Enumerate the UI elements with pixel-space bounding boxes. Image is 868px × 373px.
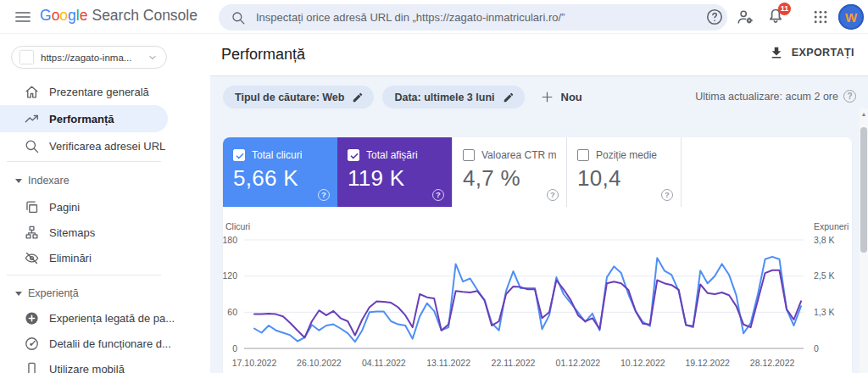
download-icon [769,45,784,60]
sidebar: https://zagato-inma... Prezentare genera… [0,34,210,373]
sidebar-item-url-inspection[interactable]: Verificarea adresei URL [0,132,168,159]
svg-text:13.11.2022: 13.11.2022 [426,358,470,368]
notifications-bell-icon[interactable]: 11 [765,6,787,28]
home-icon [24,84,40,100]
page-title: Performanță [221,46,305,64]
svg-text:22.11.2022: 22.11.2022 [492,358,536,368]
manage-users-icon[interactable] [736,8,754,26]
metric-value: 4,7 % [463,165,556,192]
svg-text:01.12.2022: 01.12.2022 [556,358,601,368]
avatar[interactable]: W [838,4,864,30]
notification-badge: 11 [778,3,791,15]
plus-circle-icon [24,310,40,326]
help-circle-icon[interactable]: ? [843,90,856,103]
help-icon[interactable] [705,8,724,26]
checkbox-position[interactable] [577,149,589,161]
pages-icon [24,199,40,215]
svg-text:180: 180 [223,235,237,245]
product-name: Search Console [92,7,198,24]
filter-chip-date-range[interactable]: Data: ultimele 3 luni [382,86,524,109]
property-selector[interactable]: https://zagato-inma... [11,46,167,69]
sidebar-item-pages[interactable]: Pagini [0,193,168,220]
sidebar-item-mobile-usability[interactable]: Utilizare mobilă [0,355,168,373]
main-content: Performanță EXPORTAȚI Tipul de căutare: … [210,34,868,373]
metric-label: Valoarea CTR me... [481,149,556,161]
collapse-caret-icon [15,292,22,296]
google-wordmark: Google [40,7,87,24]
help-circle-icon[interactable]: ? [661,189,673,201]
performance-card: Total clicuri 5,66 K ? Total afișări 119… [223,137,852,373]
plus-icon [540,90,554,104]
sidebar-item-sitemaps[interactable]: Sitemaps [0,219,168,246]
vertical-scrollbar[interactable]: ▲ [860,109,868,373]
search-input[interactable] [256,11,715,24]
new-filter-button[interactable]: Nou [540,90,582,104]
checkbox-impressions[interactable] [348,149,359,161]
sidebar-item-overview[interactable]: Prezentare generală [0,78,168,105]
help-circle-icon[interactable]: ? [432,189,444,201]
svg-text:2,5 K: 2,5 K [814,270,835,281]
svg-text:17.10.2022: 17.10.2022 [232,358,277,368]
filter-bar: Tipul de căutare: Web Data: ultimele 3 l… [223,86,582,109]
collapse-caret-icon [15,179,22,183]
app-header: GoogleSearch Console 11 W [0,0,868,34]
metric-tile-clicks[interactable]: Total clicuri 5,66 K ? [223,137,337,207]
sidebar-item-core-web-vitals[interactable]: Detalii de funcționare d... [0,330,168,357]
title-strip: Performanță EXPORTAȚI [210,34,868,75]
search-icon [231,10,246,25]
scrollbar-thumb[interactable] [860,127,867,253]
eye-off-icon [24,250,40,266]
trending-up-icon [24,111,40,127]
edit-pencil-icon[interactable] [352,92,364,103]
sidebar-item-page-experience[interactable]: Experiența legată de pa... [0,304,168,331]
metric-tile-position[interactable]: Poziție medie 10,4 ? [566,137,681,207]
metric-tile-impressions[interactable]: Total afișări 119 K ? [337,137,452,207]
svg-text:19.12.2022: 19.12.2022 [685,358,730,368]
svg-text:26.10.2022: 26.10.2022 [297,358,342,368]
metric-value: 5,66 K [233,165,327,192]
google-search-console-logo: GoogleSearch Console [40,7,198,25]
smartphone-icon [24,361,40,373]
help-circle-icon[interactable]: ? [547,189,559,201]
property-favicon [20,51,33,64]
svg-text:60: 60 [227,307,237,317]
metric-label: Poziție medie [596,149,657,161]
divider [7,161,161,162]
metric-value: 119 K [348,165,442,192]
sidebar-section-experience[interactable]: Experiență [0,283,168,303]
url-inspection-search[interactable] [219,4,727,31]
help-circle-icon[interactable]: ? [318,189,330,201]
svg-text:28.12.2022: 28.12.2022 [750,358,795,368]
property-label: https://zagato-inma... [41,53,147,63]
svg-text:Clicuri: Clicuri [225,221,250,231]
metric-tile-ctr[interactable]: Valoarea CTR me... 4,7 % ? [452,137,566,207]
sitemap-icon [24,225,40,241]
svg-text:0: 0 [232,343,237,354]
edit-pencil-icon[interactable] [503,92,515,103]
divider [210,75,868,76]
filter-chip-search-type[interactable]: Tipul de căutare: Web [223,86,374,109]
sidebar-item-removals[interactable]: Eliminări [0,244,168,271]
metric-tiles: Total clicuri 5,66 K ? Total afișări 119… [223,137,852,207]
apps-grid-icon[interactable] [812,8,831,27]
sidebar-section-indexing[interactable]: Indexare [0,170,168,191]
checkbox-ctr[interactable] [463,149,475,161]
sidebar-item-performance[interactable]: Performanță [0,105,168,132]
metric-label: Total clicuri [252,149,302,161]
chevron-down-icon [147,53,158,63]
divider [7,275,161,276]
performance-chart[interactable]: ClicuriExpuneri1803,8 K1202,5 K601,3 K00… [223,207,852,373]
speedometer-icon [24,336,40,352]
export-button[interactable]: EXPORTAȚI [769,45,854,60]
scrollbar-up-arrow[interactable]: ▲ [860,109,868,120]
metric-value: 10,4 [577,165,670,192]
hamburger-menu-icon[interactable] [13,7,33,27]
svg-text:120: 120 [223,270,237,281]
tile-filler [681,137,852,207]
svg-text:04.11.2022: 04.11.2022 [362,358,406,368]
checkbox-clicks[interactable] [233,149,245,161]
last-update: Ultima actualizare: acum 2 ore ? [695,90,856,103]
metric-label: Total afișări [366,149,418,161]
svg-text:0: 0 [814,343,819,354]
performance-chart-svg: ClicuriExpuneri1803,8 K1202,5 K601,3 K00… [223,207,852,373]
